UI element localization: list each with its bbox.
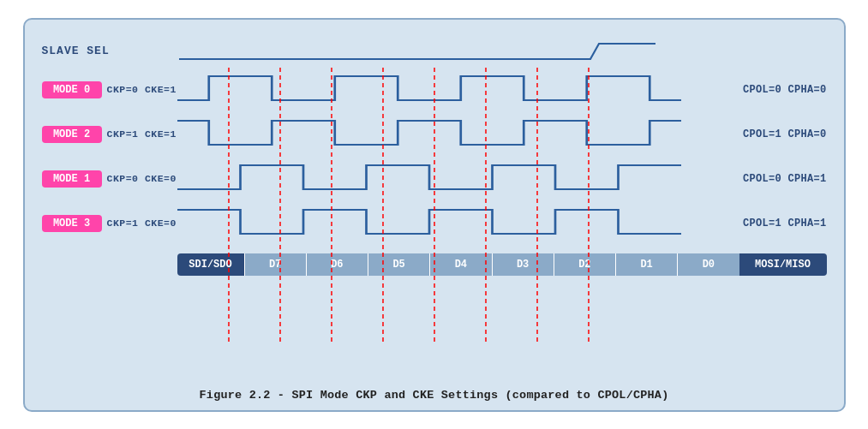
bit-d4: D4: [429, 253, 491, 276]
mode0-badge: MODE 0: [42, 81, 102, 98]
bit-d6: D6: [306, 253, 368, 276]
bit-d0: D0: [677, 253, 739, 276]
mode1-wave: [177, 158, 681, 200]
wave-row-mode2: MODE 2 CKP=1 CKE=1 CPOL=1 CPHA=0: [42, 112, 827, 157]
mosi-label: MOSI/MISO: [739, 253, 827, 276]
mode0-wave: [177, 69, 681, 110]
wave-row-mode3: MODE 3 CKP=1 CKE=0 CPOL=1 CPHA=1: [42, 201, 827, 246]
sdi-label: SDI/SDO: [177, 253, 244, 276]
data-row: SDI/SDO D7 D6 D5 D4 D3 D2 D1 D0 MOSI/MIS…: [42, 249, 827, 280]
diagram-container: SLAVE SEL MODE 0 CKP=0 CKE=1 CPOL=0 CPHA…: [23, 18, 846, 412]
mode1-ckp: CKP=0 CKE=0: [107, 173, 177, 184]
mode2-cpol: CPOL=1 CPHA=0: [681, 128, 827, 140]
data-bits: D7 D6 D5 D4 D3 D2 D1 D0: [244, 253, 739, 276]
mode1-cpol: CPOL=0 CPHA=1: [681, 173, 827, 185]
bit-d5: D5: [368, 253, 429, 276]
slave-sel-row: SLAVE SEL: [179, 35, 655, 68]
diagram-area: SLAVE SEL MODE 0 CKP=0 CKE=1 CPOL=0 CPHA…: [42, 35, 827, 380]
mode2-badge: MODE 2: [42, 126, 102, 143]
mode2-wave: [177, 114, 681, 155]
mode2-ckp: CKP=1 CKE=1: [107, 128, 177, 140]
wave-row-mode0: MODE 0 CKP=0 CKE=1 CPOL=0 CPHA=0: [42, 68, 827, 112]
slave-sel-label: SLAVE SEL: [42, 45, 110, 57]
bit-d7: D7: [244, 253, 306, 276]
figure-caption: Figure 2.2 - SPI Mode CKP and CKE Settin…: [42, 389, 827, 402]
mode3-cpol: CPOL=1 CPHA=1: [681, 217, 827, 229]
wave-row-mode1: MODE 1 CKP=0 CKE=0 CPOL=0 CPHA=1: [42, 157, 827, 201]
mode3-wave: [177, 203, 681, 244]
mode3-ckp: CKP=1 CKE=0: [107, 217, 177, 229]
slave-sel-wave: [179, 35, 655, 68]
bit-d1: D1: [615, 253, 677, 276]
mode0-cpol: CPOL=0 CPHA=0: [681, 84, 827, 96]
bit-d2: D2: [554, 253, 615, 276]
mode0-ckp: CKP=0 CKE=1: [107, 84, 177, 95]
bit-d3: D3: [492, 253, 554, 276]
mode3-badge: MODE 3: [42, 215, 102, 232]
mode1-badge: MODE 1: [42, 170, 102, 188]
